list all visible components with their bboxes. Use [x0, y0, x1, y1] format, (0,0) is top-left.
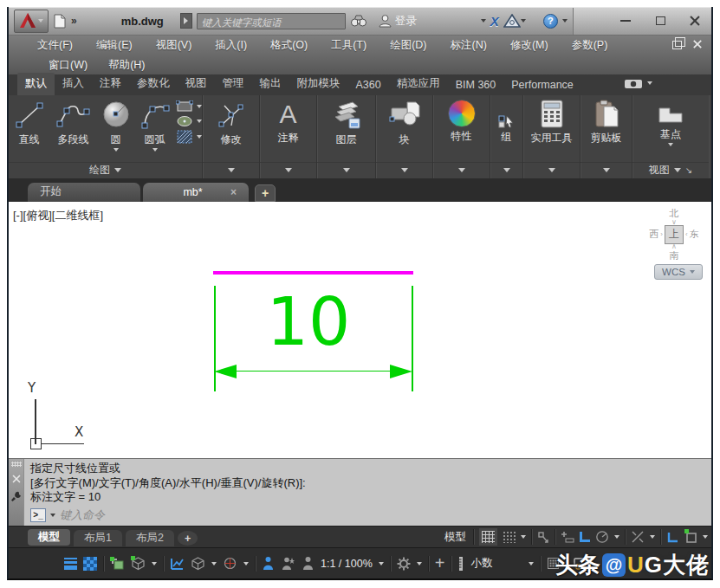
osnap-3d-caret-icon[interactable]	[152, 562, 157, 565]
signin-button[interactable]: 登录	[379, 14, 486, 29]
basepoint-tool[interactable]: 基点	[640, 98, 701, 146]
menu-modify[interactable]: 修改(M)	[510, 38, 548, 53]
new-layout-button[interactable]: +	[178, 531, 198, 546]
a360-button[interactable]	[503, 14, 526, 28]
properties-panel-footer[interactable]	[433, 162, 490, 178]
autoscale-caret-icon[interactable]	[211, 562, 217, 565]
units-caret-icon[interactable]	[529, 562, 534, 565]
grid-display-button[interactable]	[479, 528, 497, 546]
arc-tool[interactable]: 圆弧	[136, 98, 174, 152]
tab-featured-apps[interactable]: 精选应用	[389, 73, 448, 95]
menu-dimension[interactable]: 标注(N)	[451, 38, 487, 53]
osnap-settings-button[interactable]	[684, 528, 697, 546]
search-input[interactable]	[198, 15, 345, 29]
modify-tool[interactable]: 修改	[211, 98, 251, 147]
tab-manage[interactable]: 管理	[215, 73, 252, 95]
units-value[interactable]: 小数	[470, 556, 492, 571]
dynamic-ucs-button[interactable]	[223, 555, 237, 572]
menu-tools[interactable]: 工具(T)	[331, 38, 366, 53]
drawing-canvas[interactable]: [-][俯视][二维线框] 北 ∨ 西 › 上 ‹ 东 ∧ 南 WCS 10	[9, 202, 711, 459]
view-panel-footer[interactable]: 视图 ↘	[632, 162, 709, 178]
command-input[interactable]	[60, 508, 320, 521]
group-label[interactable]: 组	[502, 130, 512, 145]
new-tab-button[interactable]: +	[255, 184, 276, 202]
autodesk-exchange-button[interactable]: X	[490, 14, 499, 29]
clipboard-panel-footer[interactable]	[581, 162, 632, 178]
annotate-tool[interactable]: A 注释	[269, 98, 308, 145]
ortho-mode-button[interactable]	[580, 528, 590, 546]
viewcube-east[interactable]: 东	[690, 228, 699, 241]
scale-caret-icon[interactable]	[379, 562, 384, 565]
draw-panel-footer[interactable]: 绘图	[9, 162, 202, 178]
ellipse-tool[interactable]	[176, 115, 202, 127]
viewcube-west[interactable]: 西	[649, 228, 658, 241]
clipboard-tool[interactable]: 剪贴板	[582, 98, 631, 145]
wrench-icon[interactable]	[10, 491, 22, 502]
block-panel-footer[interactable]	[376, 162, 432, 178]
wcs-dropdown[interactable]: WCS	[654, 264, 703, 280]
annotation-scale-value[interactable]: 1:1 / 100%	[321, 558, 373, 570]
osnap-3d-button[interactable]	[131, 555, 146, 572]
hatch-tool[interactable]	[176, 130, 202, 144]
block-tool[interactable]: 块	[385, 98, 425, 147]
layout-tab-layout2[interactable]: 布局2	[126, 530, 174, 546]
tab-parametric[interactable]: 参数化	[129, 73, 178, 95]
layers-tool[interactable]: 图层	[327, 98, 366, 147]
line-tool[interactable]: 直线	[10, 98, 49, 147]
workspace-caret-icon[interactable]	[417, 562, 422, 565]
object-snap-tracking-button[interactable]	[631, 528, 645, 546]
annotation-monitor-button[interactable]	[170, 555, 185, 572]
tab-addins[interactable]: 附加模块	[289, 73, 348, 95]
circle-tool[interactable]: 圆	[98, 98, 134, 152]
annotation-visibility-button[interactable]	[262, 555, 275, 572]
menu-window[interactable]: 窗口(W)	[49, 58, 88, 73]
object-snap-button[interactable]	[666, 528, 679, 546]
annotate-panel-footer[interactable]	[260, 162, 316, 178]
dynamic-input-button[interactable]	[561, 528, 574, 546]
menu-parametric[interactable]: 参数(P)	[572, 38, 608, 53]
command-close-icon[interactable]	[12, 475, 21, 483]
infer-constraints-button[interactable]	[537, 528, 549, 546]
selection-cycling-button[interactable]	[110, 555, 125, 572]
minimize-button[interactable]	[614, 12, 637, 29]
group-panel-footer[interactable]	[490, 162, 522, 178]
tab-annotate[interactable]: 注释	[92, 73, 129, 95]
customization-plus-button[interactable]: +	[435, 555, 445, 572]
drag-grip-icon[interactable]	[11, 462, 22, 467]
menu-insert[interactable]: 插入(I)	[215, 38, 247, 53]
utilities-tool[interactable]: 实用工具	[526, 98, 578, 145]
file-tab-current[interactable]: mb* ×	[143, 183, 249, 202]
units-ruler-button[interactable]	[457, 555, 464, 572]
tab-view[interactable]: 视图	[178, 73, 215, 95]
file-tab-start[interactable]: 开始	[28, 183, 140, 202]
tab-performance[interactable]: Performance	[503, 75, 581, 95]
doc-restore-button[interactable]	[672, 39, 682, 49]
search-go-button[interactable]	[180, 13, 192, 29]
layout-tab-layout1[interactable]: 布局1	[74, 530, 122, 546]
tab-a360[interactable]: A360	[348, 75, 389, 95]
lineweight-button[interactable]	[64, 555, 77, 572]
ribbon-display-button[interactable]	[624, 78, 652, 89]
tab-home[interactable]: 默认	[17, 73, 55, 95]
search-button[interactable]	[350, 14, 367, 28]
doc-close-button[interactable]	[692, 39, 703, 49]
modify-panel-footer[interactable]	[203, 162, 259, 178]
transparency-button[interactable]	[83, 555, 97, 572]
tab-output[interactable]: 输出	[252, 73, 289, 95]
tab-insert[interactable]: 插入	[55, 73, 92, 95]
polar-tracking-button[interactable]	[595, 528, 609, 546]
viewcube-top-face[interactable]: 上	[665, 225, 684, 244]
magenta-line[interactable]	[213, 271, 413, 275]
new-file-button[interactable]	[53, 14, 67, 29]
properties-tool[interactable]: 特性	[442, 98, 482, 144]
model-space-label[interactable]: 模型	[444, 530, 466, 545]
group-icon[interactable]	[498, 114, 516, 128]
help-button[interactable]: ?	[543, 14, 558, 29]
menu-view[interactable]: 视图(V)	[156, 38, 192, 53]
maximize-button[interactable]	[649, 12, 671, 29]
rectangle-tool[interactable]	[176, 100, 202, 113]
layout-tab-model[interactable]: 模型	[28, 529, 70, 546]
workspace-button[interactable]	[397, 555, 411, 572]
viewcube-south[interactable]: 南	[645, 249, 703, 262]
close-button[interactable]	[684, 12, 706, 29]
